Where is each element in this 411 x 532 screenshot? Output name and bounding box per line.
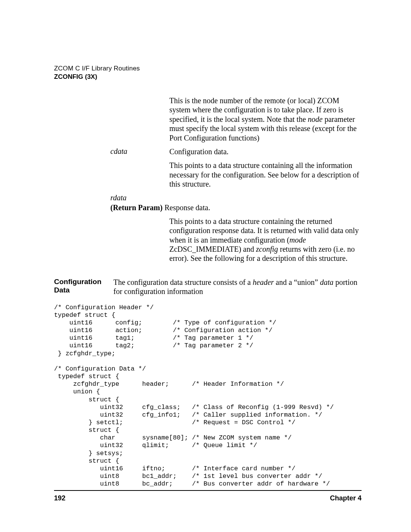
param-node-continuation: This is the node number of the remote (o… <box>54 96 362 142</box>
text-italic: node <box>308 115 323 123</box>
footer-rule <box>54 490 362 491</box>
chapter-label: Chapter 4 <box>330 494 362 502</box>
param-rdata-label: rdata <box>110 193 169 202</box>
footer: 192 Chapter 4 <box>54 494 362 502</box>
text-italic: header <box>253 278 274 286</box>
param-cdata: cdata Configuration data. <box>54 147 362 156</box>
param-cdata-desc: This points to a data structure containi… <box>169 161 362 189</box>
param-cdata-desc-row: This points to a data structure containi… <box>54 161 362 189</box>
text: Response data. <box>164 203 210 212</box>
section-text: The configuration data structure consist… <box>113 278 362 296</box>
section-config-data: Configuration Data The configuration dat… <box>54 278 362 296</box>
param-rdata-desc-row: This points to a data structure containi… <box>54 217 362 263</box>
running-header-line2: ZCONFIG (3X) <box>54 73 362 81</box>
param-cdata-label: cdata <box>110 147 169 156</box>
param-rdata-return-row: (Return Param) Response data. <box>54 203 362 212</box>
param-rdata-label-row: rdata <box>54 193 362 202</box>
parameter-list: This is the node number of the remote (o… <box>54 96 362 263</box>
param-rdata-desc: This points to a data structure containi… <box>169 217 362 263</box>
text: and a “union” <box>274 278 320 286</box>
text: The configuration data structure consist… <box>113 278 253 286</box>
param-node-description: This is the node number of the remote (o… <box>169 96 362 142</box>
text-italic: zconfig <box>256 245 278 253</box>
section-heading: Configuration Data <box>54 278 113 294</box>
page-number: 192 <box>54 494 65 502</box>
param-rdata-return: (Return Param) Response data. <box>110 203 362 212</box>
text-bold: (Return Param) <box>110 203 164 212</box>
param-cdata-brief: Configuration data. <box>169 147 362 156</box>
text-italic: data <box>320 278 334 286</box>
text-italic: mode <box>289 236 306 244</box>
page: ZCOM C I/F Library Routines ZCONFIG (3X)… <box>0 0 411 532</box>
text: ZcDSC_IMMEDIATE) and <box>169 245 256 253</box>
code-listing: /* Configuration Header */ typedef struc… <box>54 304 362 488</box>
running-header-line1: ZCOM C I/F Library Routines <box>54 65 362 72</box>
text: This points to a data structure containi… <box>169 217 359 244</box>
